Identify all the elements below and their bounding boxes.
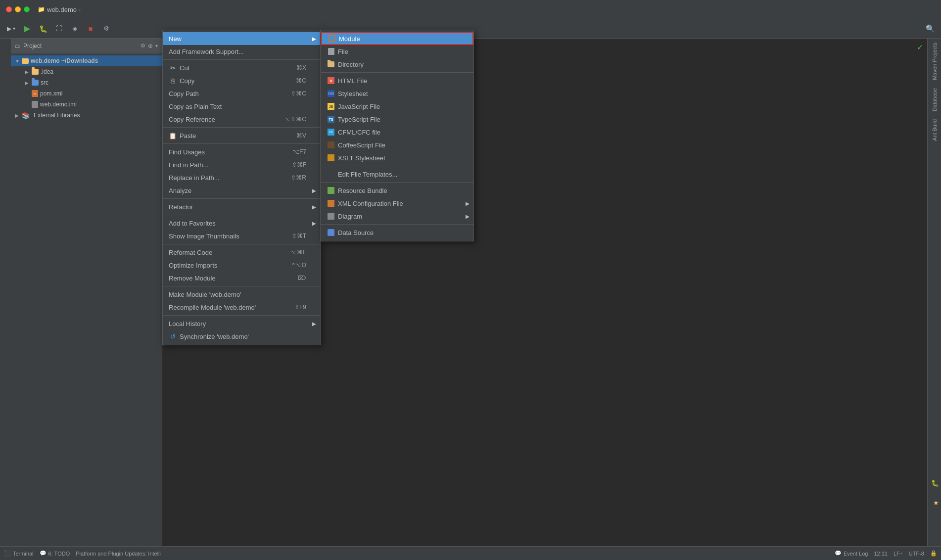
tab-database[interactable]: Database — [931, 84, 939, 115]
new-submenu-item-cfml[interactable]: CF CFML/CFC file — [321, 126, 473, 139]
tree-item-pom[interactable]: m pom.xml — [11, 88, 162, 99]
menu-item-find-usages[interactable]: Find Usages ⌥F7 — [163, 145, 320, 158]
menu-item-add-framework[interactable]: Add Framework Support... — [163, 45, 320, 58]
menu-separator-5 — [163, 215, 320, 215]
stop-button[interactable]: ■ — [84, 22, 97, 36]
menu-item-make-module[interactable]: Make Module 'web.demo' — [163, 288, 320, 301]
platform-update-msg: Platform and Plugin Updates: Intelli — [76, 551, 161, 557]
tree-item-iml[interactable]: web.demo.iml — [11, 99, 162, 110]
build-button[interactable]: ⚙ — [99, 22, 113, 36]
xml-file-icon: m — [32, 90, 38, 97]
tab-ant-build[interactable]: Ant Build — [931, 115, 939, 145]
new-submenu-item-file[interactable]: File — [321, 45, 473, 58]
menu-separator-6 — [163, 244, 320, 244]
new-submenu-item-edit-templates[interactable]: Edit File Templates... — [321, 168, 473, 181]
menu-item-reformat[interactable]: Reformat Code ⌥⌘L — [163, 246, 320, 259]
event-log[interactable]: 💬 Event Log — [835, 550, 868, 557]
coffeescript-icon — [327, 141, 335, 149]
edit-templates-icon — [327, 170, 335, 178]
run-config-dropdown[interactable]: ▶ ▾ — [4, 22, 18, 36]
library-icon: 📚 — [22, 112, 30, 119]
diagram-arrow-icon: ▶ — [466, 214, 470, 219]
css-icon: CSS — [327, 90, 335, 97]
menu-item-favorites[interactable]: Add to Favorites ▶ — [163, 217, 320, 230]
chevron-right-icon: ▶ — [25, 80, 30, 86]
tree-item-external-libs[interactable]: ▶ 📚 External Libraries — [11, 110, 162, 121]
menu-item-paste[interactable]: 📋 Paste ⌘V — [163, 129, 320, 142]
profile-button[interactable]: ◈ — [68, 22, 82, 36]
directory-icon — [327, 60, 335, 68]
xml-config-icon — [327, 199, 335, 207]
menu-item-new[interactable]: New ▶ — [163, 32, 320, 45]
terminal-tab[interactable]: ⬛ Terminal — [4, 550, 34, 557]
tab-maven-projects[interactable]: Maven Projects — [931, 39, 939, 84]
new-submenu-item-html[interactable]: H HTML File — [321, 74, 473, 87]
minimize-button[interactable] — [15, 6, 21, 12]
menu-item-copy-ref[interactable]: Copy Reference ⌥⇧⌘C — [163, 113, 320, 126]
project-tree: ▼ web.demo ~/Downloads ▶ .idea ▶ src m p… — [11, 53, 162, 546]
menu-separator-8 — [163, 315, 320, 316]
menu-item-find-path[interactable]: Find in Path... ⇧⌘F — [163, 158, 320, 171]
panel-settings-btn[interactable]: ⚙ — [141, 43, 145, 49]
new-submenu-item-ts[interactable]: TS TypeScript File — [321, 113, 473, 126]
search-everywhere-button[interactable]: 🔍 — [923, 22, 937, 36]
analyze-arrow-icon: ▶ — [312, 188, 316, 193]
titlebar: 📁 web.demo › — [0, 0, 941, 19]
panel-toolbar: ⚙ ⊕ ▾ — [141, 43, 158, 49]
tree-item-root[interactable]: ▼ web.demo ~/Downloads — [11, 55, 162, 66]
bug-icon: 🐛 — [931, 479, 939, 487]
debug-button[interactable]: 🐛 — [36, 22, 50, 36]
new-submenu-item-datasource[interactable]: Data Source — [321, 226, 473, 239]
star-icon: ★ — [933, 499, 939, 507]
menu-item-cut[interactable]: ✂ Cut ⌘X — [163, 61, 320, 74]
menu-item-optimize[interactable]: Optimize Imports ^⌥O — [163, 259, 320, 272]
menu-item-copy[interactable]: ⎘ Copy ⌘C — [163, 74, 320, 87]
sync-icon: ↺ — [169, 332, 177, 340]
panel-header: 🗂 Project ⚙ ⊕ ▾ — [11, 39, 162, 53]
tree-item-src[interactable]: ▶ src — [11, 77, 162, 88]
panel-title: Project — [23, 43, 42, 49]
new-submenu-item-directory[interactable]: Directory — [321, 58, 473, 71]
menu-item-image-thumbnails[interactable]: Show Image Thumbnails ⇧⌘T — [163, 230, 320, 242]
menu-separator — [163, 59, 320, 60]
menu-item-analyze[interactable]: Analyze ▶ — [163, 184, 320, 197]
traffic-lights — [6, 6, 30, 12]
new-submenu: Module File Directory H HTML File CSS St… — [321, 30, 474, 241]
menu-item-replace-path[interactable]: Replace in Path... ⇧⌘R — [163, 171, 320, 184]
chevron-right-icon: ▶ — [15, 113, 20, 118]
new-submenu-item-resource-bundle[interactable]: Resource Bundle — [321, 184, 473, 197]
tree-item-idea[interactable]: ▶ .idea — [11, 66, 162, 77]
panel-dropdown-btn[interactable]: ▾ — [155, 43, 158, 48]
ts-icon: TS — [327, 115, 335, 123]
encoding[interactable]: UTF-8 — [909, 551, 924, 557]
new-submenu-item-js[interactable]: JS JavaScript File — [321, 100, 473, 113]
datasource-icon — [327, 229, 335, 236]
new-submenu-item-coffee[interactable]: CoffeeScript File — [321, 139, 473, 151]
coverage-button[interactable]: ⛶ — [52, 22, 66, 36]
menu-item-recompile[interactable]: Recompile Module 'web.demo' ⇧F9 — [163, 301, 320, 314]
menu-item-remove-module[interactable]: Remove Module ⌦ — [163, 272, 320, 284]
resource-bundle-icon — [327, 187, 335, 194]
cfml-icon: CF — [327, 128, 335, 136]
new-submenu-item-module[interactable]: Module — [321, 32, 473, 45]
new-submenu-item-css[interactable]: CSS Stylesheet — [321, 87, 473, 100]
diagram-icon — [327, 212, 335, 220]
new-submenu-item-diagram[interactable]: Diagram ▶ — [321, 210, 473, 223]
run-button[interactable]: ▶ — [20, 22, 34, 36]
maximize-button[interactable] — [24, 6, 30, 12]
panel-add-btn[interactable]: ⊕ — [148, 43, 153, 49]
html-icon: H — [327, 77, 335, 85]
menu-item-synchronize[interactable]: ↺ Synchronize 'web.demo' — [163, 330, 320, 343]
close-button[interactable] — [6, 6, 12, 12]
vcs-icon: 🔒 — [930, 550, 937, 557]
menu-item-local-history[interactable]: Local History ▶ — [163, 317, 320, 330]
menu-item-copy-plain[interactable]: Copy as Plain Text — [163, 100, 320, 113]
todo-tab[interactable]: 💬 6: TODO — [40, 550, 70, 557]
new-submenu-item-xslt[interactable]: XSLT Stylesheet — [321, 151, 473, 164]
menu-item-refactor[interactable]: Refactor ▶ — [163, 200, 320, 213]
new-menu-sep-1 — [321, 72, 473, 73]
line-ending[interactable]: LF÷ — [894, 551, 903, 557]
menu-separator-3 — [163, 143, 320, 144]
menu-item-copy-path[interactable]: Copy Path ⇧⌘C — [163, 87, 320, 100]
new-submenu-item-xml-config[interactable]: XML Configuration File ▶ — [321, 197, 473, 210]
